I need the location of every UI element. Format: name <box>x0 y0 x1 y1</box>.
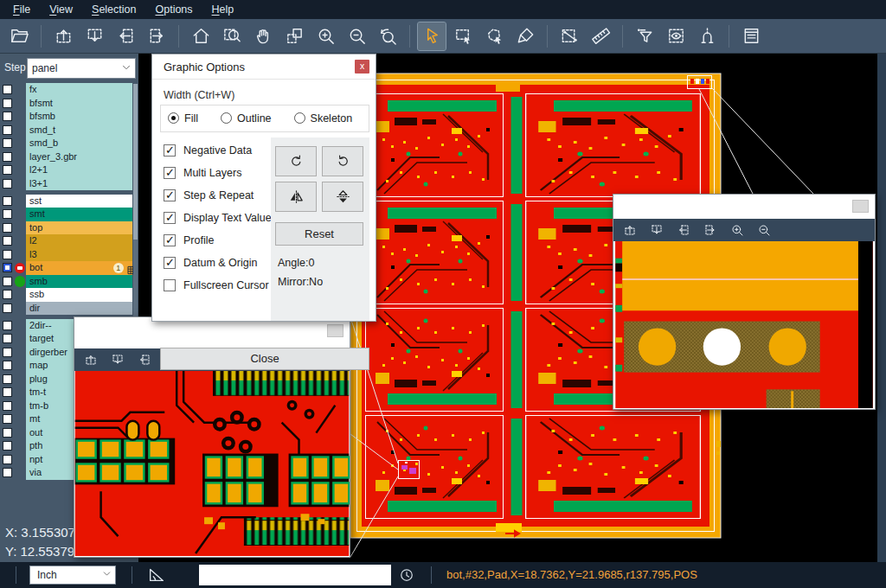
layer-name[interactable]: bfsmt <box>26 97 132 111</box>
layer-name[interactable]: fx <box>26 83 132 97</box>
view-down-button[interactable] <box>110 352 125 368</box>
checkbox-icon[interactable] <box>164 234 176 246</box>
unit-select[interactable]: Inch <box>29 566 116 585</box>
checkbox-icon[interactable] <box>164 189 176 201</box>
command-input[interactable] <box>199 565 391 585</box>
popup-titlebar[interactable] <box>613 195 875 219</box>
layer-row-dir[interactable]: dir <box>0 302 138 316</box>
menu-help[interactable]: Help <box>202 0 244 19</box>
layer-checkbox[interactable] <box>3 468 12 477</box>
select-poly-button[interactable] <box>480 22 508 50</box>
checkbox-icon[interactable] <box>164 212 176 224</box>
layer-checkbox[interactable] <box>3 250 12 259</box>
zoom-in-button[interactable] <box>311 22 339 50</box>
option-step-repeat[interactable]: Step & Repeat <box>164 186 274 208</box>
popup-window-button[interactable] <box>327 324 343 337</box>
close-icon[interactable]: x <box>355 60 369 74</box>
layer-row-ssb[interactable]: ssb <box>0 288 138 302</box>
rotate-ccw-button[interactable] <box>322 146 363 176</box>
radio-skeleton[interactable]: Skeleton <box>294 112 353 125</box>
layer-checkbox[interactable] <box>3 112 12 121</box>
view-up-button[interactable] <box>83 352 99 368</box>
layer-row-l2+1[interactable]: l2+1 <box>0 163 138 177</box>
layer-checkbox[interactable] <box>3 99 12 108</box>
radio-outline[interactable]: Outline <box>221 112 272 125</box>
layer-name[interactable]: smd_b <box>26 137 132 150</box>
pan-button[interactable] <box>249 22 277 50</box>
popup-pcb-zoom-view[interactable] <box>74 371 350 556</box>
layer-checkbox[interactable] <box>3 290 12 299</box>
mirror-h-button[interactable] <box>322 182 363 212</box>
layer-checkbox[interactable] <box>3 277 12 286</box>
layer-checkbox[interactable] <box>3 165 12 175</box>
layer-checkbox[interactable] <box>3 196 12 206</box>
layer-checkbox[interactable] <box>3 387 12 397</box>
layer-name[interactable]: smt <box>26 208 132 221</box>
layer-checkbox[interactable] <box>3 138 12 148</box>
layer-name[interactable]: l3+1 <box>26 177 132 191</box>
filter-button[interactable] <box>631 22 658 50</box>
view-left-button[interactable] <box>137 352 152 368</box>
layer-name[interactable]: smb <box>26 275 132 289</box>
layer-checkbox[interactable] <box>3 414 12 424</box>
option-multi-layers[interactable]: Multi Layers <box>164 163 274 186</box>
clean-button[interactable] <box>511 22 539 50</box>
radio-icon[interactable] <box>221 112 232 124</box>
option-fullscreen-cursor[interactable]: Fullscreen Cursor <box>164 276 274 298</box>
layer-checkbox[interactable] <box>3 321 12 330</box>
dialog-titlebar[interactable]: Graphic Options x <box>152 54 376 80</box>
checkbox-icon[interactable] <box>164 144 176 157</box>
layer-name[interactable]: l2+1 <box>26 163 132 177</box>
history-icon[interactable] <box>398 566 415 584</box>
option-datum-origin[interactable]: Datum & Origin <box>164 253 274 276</box>
layer-name[interactable]: top <box>26 221 132 235</box>
layer-checkbox[interactable] <box>3 179 12 189</box>
layer-row-l3+1[interactable]: l3+1 <box>0 177 138 191</box>
menu-view[interactable]: View <box>40 0 82 19</box>
select-rect-button[interactable] <box>449 22 477 50</box>
layer-name[interactable]: sst <box>26 195 132 208</box>
option-negative-data[interactable]: Negative Data <box>164 141 274 163</box>
popup-pcb-zoom-view[interactable] <box>613 241 875 408</box>
layer-name[interactable]: l3 <box>26 248 132 262</box>
ruler-button[interactable] <box>587 22 614 50</box>
layer-name[interactable]: dir <box>26 302 132 316</box>
option-profile[interactable]: Profile <box>164 231 274 253</box>
layer-checkbox[interactable] <box>3 85 12 94</box>
layer-checkbox[interactable] <box>3 455 12 464</box>
layer-row-bfsmt[interactable]: bfsmt <box>0 97 138 111</box>
layer-row-layer_3.gbr[interactable]: layer_3.gbr <box>0 150 138 164</box>
popup-titlebar[interactable] <box>74 317 350 348</box>
checkbox-icon[interactable] <box>164 279 176 291</box>
view-left-button[interactable] <box>676 222 691 238</box>
layer-checkbox[interactable] <box>3 428 12 438</box>
layer-name[interactable]: bfsmb <box>26 110 132 124</box>
layer-name[interactable]: l2 <box>26 234 132 248</box>
layer-checkbox[interactable] <box>3 152 12 162</box>
view-right-button[interactable] <box>703 222 718 238</box>
layer-checkbox[interactable] <box>3 348 12 357</box>
layer-row-smt[interactable]: smt <box>0 208 138 221</box>
layer-name[interactable]: smd_t <box>26 124 132 137</box>
report-button[interactable] <box>737 22 765 50</box>
zoom-out-button[interactable] <box>343 22 370 50</box>
mirror-v-button[interactable] <box>275 182 317 212</box>
layer-name[interactable]: layer_3.gbr <box>26 150 132 164</box>
layer-row-bfsmb[interactable]: bfsmb <box>0 110 138 124</box>
layer-checkbox[interactable] <box>3 374 12 384</box>
layer-row-fx[interactable]: fx <box>0 83 138 97</box>
drag-view-button[interactable] <box>280 22 308 50</box>
rotate-cw-button[interactable] <box>275 146 317 176</box>
view-down-button[interactable] <box>80 22 108 50</box>
layer-row-top[interactable]: top <box>0 221 138 235</box>
layer-row-l2[interactable]: l2 <box>0 234 138 248</box>
layer-checkbox[interactable] <box>3 304 12 313</box>
display-options-button[interactable] <box>662 22 690 50</box>
checkbox-icon[interactable] <box>164 167 176 179</box>
layer-row-l3[interactable]: l3 <box>0 248 138 262</box>
layer-checkbox[interactable] <box>3 223 12 233</box>
step-select[interactable]: panel <box>27 58 136 79</box>
view-up-button[interactable] <box>49 22 77 50</box>
layer-row-smb[interactable]: smb <box>0 275 138 289</box>
layer-checkbox[interactable] <box>3 334 12 343</box>
